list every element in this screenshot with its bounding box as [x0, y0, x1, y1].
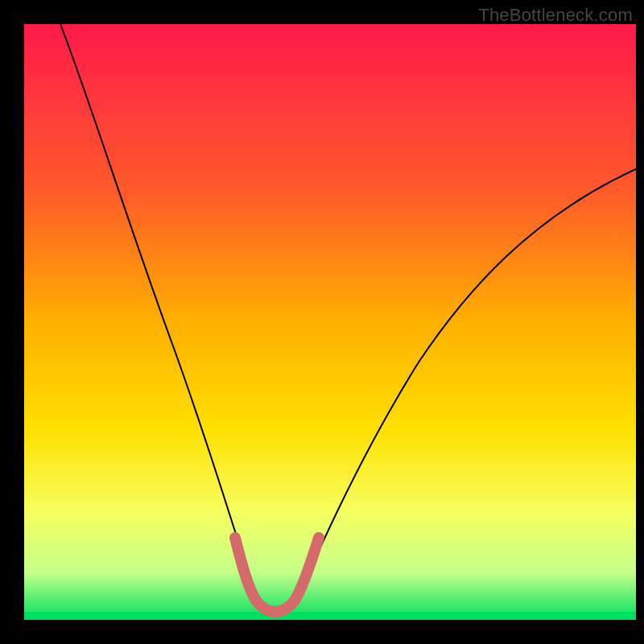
chart-background-gradient [24, 24, 636, 620]
watermark-text: TheBottleneck.com [478, 5, 633, 26]
chart-frame: TheBottleneck.com [0, 0, 644, 644]
ideal-baseline [24, 612, 636, 620]
chart-svg [0, 0, 644, 644]
